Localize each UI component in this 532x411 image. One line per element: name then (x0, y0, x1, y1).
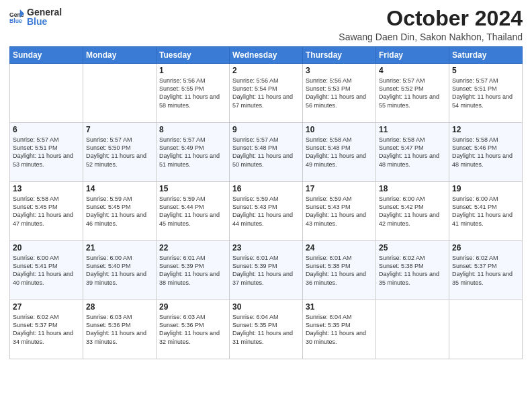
weekday-header-row: Sunday Monday Tuesday Wednesday Thursday… (10, 47, 523, 64)
cell-info: Sunrise: 5:59 AM Sunset: 5:43 PM Dayligh… (306, 195, 373, 228)
day-number: 19 (452, 184, 519, 193)
cell-info: Sunrise: 5:58 AM Sunset: 5:45 PM Dayligh… (13, 195, 80, 228)
cell-0-4: 3Sunrise: 5:56 AM Sunset: 5:53 PM Daylig… (303, 64, 376, 123)
cell-4-1: 28Sunrise: 6:03 AM Sunset: 5:36 PM Dayli… (83, 300, 157, 359)
cell-1-0: 6Sunrise: 5:57 AM Sunset: 5:51 PM Daylig… (10, 123, 83, 182)
cell-info: Sunrise: 6:00 AM Sunset: 5:42 PM Dayligh… (379, 195, 446, 228)
header-saturday: Saturday (449, 47, 523, 64)
day-number: 8 (159, 125, 226, 134)
cell-1-4: 10Sunrise: 5:58 AM Sunset: 5:48 PM Dayli… (303, 123, 376, 182)
cell-info: Sunrise: 5:57 AM Sunset: 5:49 PM Dayligh… (159, 136, 226, 169)
week-row-3: 20Sunrise: 6:00 AM Sunset: 5:41 PM Dayli… (10, 241, 523, 300)
day-number: 20 (13, 243, 80, 253)
cell-info: Sunrise: 5:57 AM Sunset: 5:51 PM Dayligh… (13, 136, 80, 169)
day-number: 23 (232, 243, 300, 253)
cell-info: Sunrise: 5:59 AM Sunset: 5:44 PM Dayligh… (159, 195, 226, 228)
cell-info: Sunrise: 6:02 AM Sunset: 5:37 PM Dayligh… (13, 313, 80, 346)
day-number: 13 (13, 184, 80, 193)
cell-0-3: 2Sunrise: 5:56 AM Sunset: 5:54 PM Daylig… (230, 64, 303, 123)
cell-2-1: 14Sunrise: 5:59 AM Sunset: 5:45 PM Dayli… (83, 182, 157, 241)
cell-info: Sunrise: 6:00 AM Sunset: 5:40 PM Dayligh… (86, 254, 153, 287)
cell-3-1: 21Sunrise: 6:00 AM Sunset: 5:40 PM Dayli… (83, 241, 157, 300)
cell-info: Sunrise: 6:03 AM Sunset: 5:36 PM Dayligh… (86, 313, 153, 346)
day-number: 21 (86, 243, 153, 253)
logo-blue: Blue (27, 16, 62, 27)
week-row-1: 6Sunrise: 5:57 AM Sunset: 5:51 PM Daylig… (10, 123, 523, 182)
day-number: 22 (159, 243, 226, 253)
day-number: 5 (452, 66, 519, 75)
cell-4-3: 30Sunrise: 6:04 AM Sunset: 5:35 PM Dayli… (230, 300, 303, 359)
cell-0-5: 4Sunrise: 5:57 AM Sunset: 5:52 PM Daylig… (376, 64, 449, 123)
cell-info: Sunrise: 6:01 AM Sunset: 5:38 PM Dayligh… (306, 254, 373, 287)
day-number: 4 (379, 66, 446, 75)
cell-info: Sunrise: 6:01 AM Sunset: 5:39 PM Dayligh… (159, 254, 226, 287)
cell-info: Sunrise: 6:00 AM Sunset: 5:41 PM Dayligh… (13, 254, 80, 287)
subtitle: Sawang Daen Din, Sakon Nakhon, Thailand (339, 32, 523, 42)
cell-info: Sunrise: 5:59 AM Sunset: 5:43 PM Dayligh… (232, 195, 300, 228)
day-number: 2 (232, 66, 300, 75)
cell-0-6: 5Sunrise: 5:57 AM Sunset: 5:51 PM Daylig… (449, 64, 523, 123)
day-number: 30 (232, 302, 300, 312)
cell-info: Sunrise: 5:58 AM Sunset: 5:46 PM Dayligh… (452, 136, 519, 169)
cell-4-0: 27Sunrise: 6:02 AM Sunset: 5:37 PM Dayli… (10, 300, 83, 359)
day-number: 24 (306, 243, 373, 253)
week-row-4: 27Sunrise: 6:02 AM Sunset: 5:37 PM Dayli… (10, 300, 523, 359)
header: General Blue General Blue October 2024 S… (9, 7, 523, 42)
cell-info: Sunrise: 5:56 AM Sunset: 5:55 PM Dayligh… (159, 77, 226, 109)
cell-info: Sunrise: 6:04 AM Sunset: 5:35 PM Dayligh… (306, 313, 373, 346)
day-number: 17 (306, 184, 373, 193)
day-number: 10 (306, 125, 373, 134)
cell-2-6: 19Sunrise: 6:00 AM Sunset: 5:41 PM Dayli… (449, 182, 523, 241)
cell-info: Sunrise: 5:57 AM Sunset: 5:52 PM Dayligh… (379, 77, 446, 109)
logo: General Blue General Blue (9, 7, 62, 27)
cell-1-6: 12Sunrise: 5:58 AM Sunset: 5:46 PM Dayli… (449, 123, 523, 182)
day-number: 3 (306, 66, 373, 75)
cell-info: Sunrise: 6:01 AM Sunset: 5:39 PM Dayligh… (232, 254, 300, 287)
header-thursday: Thursday (303, 47, 376, 64)
day-number: 31 (306, 302, 373, 312)
logo-icon: General Blue (9, 9, 24, 24)
main-title: October 2024 (339, 7, 523, 30)
calendar-table: Sunday Monday Tuesday Wednesday Thursday… (9, 46, 523, 359)
cell-4-2: 29Sunrise: 6:03 AM Sunset: 5:36 PM Dayli… (157, 300, 230, 359)
cell-3-6: 26Sunrise: 6:02 AM Sunset: 5:37 PM Dayli… (449, 241, 523, 300)
cell-info: Sunrise: 6:02 AM Sunset: 5:37 PM Dayligh… (452, 254, 519, 287)
day-number: 9 (232, 125, 300, 134)
header-friday: Friday (376, 47, 449, 64)
header-monday: Monday (83, 47, 157, 64)
cell-3-5: 25Sunrise: 6:02 AM Sunset: 5:38 PM Dayli… (376, 241, 449, 300)
cell-info: Sunrise: 6:04 AM Sunset: 5:35 PM Dayligh… (232, 313, 300, 346)
cell-0-2: 1Sunrise: 5:56 AM Sunset: 5:55 PM Daylig… (157, 64, 230, 123)
cell-0-1 (83, 64, 157, 123)
cell-4-5 (376, 300, 449, 359)
title-area: October 2024 Sawang Daen Din, Sakon Nakh… (339, 7, 523, 42)
cell-info: Sunrise: 6:02 AM Sunset: 5:38 PM Dayligh… (379, 254, 446, 287)
svg-text:Blue: Blue (9, 18, 22, 25)
cell-info: Sunrise: 5:56 AM Sunset: 5:54 PM Dayligh… (232, 77, 300, 109)
header-wednesday: Wednesday (230, 47, 303, 64)
day-number: 15 (159, 184, 226, 193)
cell-0-0 (10, 64, 83, 123)
cell-3-3: 23Sunrise: 6:01 AM Sunset: 5:39 PM Dayli… (230, 241, 303, 300)
cell-info: Sunrise: 5:59 AM Sunset: 5:45 PM Dayligh… (86, 195, 153, 228)
cell-1-3: 9Sunrise: 5:57 AM Sunset: 5:48 PM Daylig… (230, 123, 303, 182)
header-sunday: Sunday (10, 47, 83, 64)
day-number: 27 (13, 302, 80, 312)
cell-3-4: 24Sunrise: 6:01 AM Sunset: 5:38 PM Dayli… (303, 241, 376, 300)
cell-info: Sunrise: 5:56 AM Sunset: 5:53 PM Dayligh… (306, 77, 373, 109)
day-number: 28 (86, 302, 153, 312)
cell-2-5: 18Sunrise: 6:00 AM Sunset: 5:42 PM Dayli… (376, 182, 449, 241)
cell-1-2: 8Sunrise: 5:57 AM Sunset: 5:49 PM Daylig… (157, 123, 230, 182)
cell-info: Sunrise: 6:03 AM Sunset: 5:36 PM Dayligh… (159, 313, 226, 346)
cell-2-4: 17Sunrise: 5:59 AM Sunset: 5:43 PM Dayli… (303, 182, 376, 241)
day-number: 16 (232, 184, 300, 193)
cell-3-0: 20Sunrise: 6:00 AM Sunset: 5:41 PM Dayli… (10, 241, 83, 300)
day-number: 25 (379, 243, 446, 253)
cell-info: Sunrise: 5:57 AM Sunset: 5:48 PM Dayligh… (232, 136, 300, 169)
day-number: 18 (379, 184, 446, 193)
cell-info: Sunrise: 5:57 AM Sunset: 5:51 PM Dayligh… (452, 77, 519, 109)
cell-2-0: 13Sunrise: 5:58 AM Sunset: 5:45 PM Dayli… (10, 182, 83, 241)
day-number: 7 (86, 125, 153, 134)
week-row-0: 1Sunrise: 5:56 AM Sunset: 5:55 PM Daylig… (10, 64, 523, 123)
cell-info: Sunrise: 5:57 AM Sunset: 5:50 PM Dayligh… (86, 136, 153, 169)
